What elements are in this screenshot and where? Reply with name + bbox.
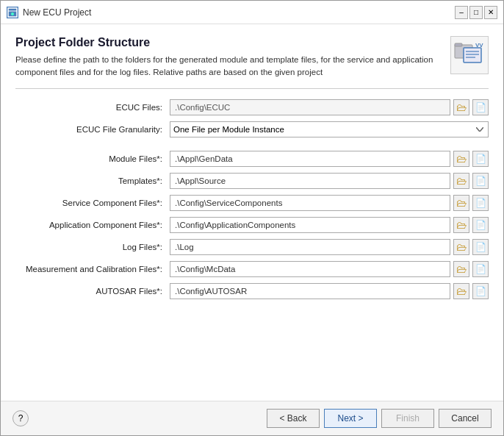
file-icon: 📄 xyxy=(475,154,486,164)
folder-icon: 🗁 xyxy=(456,241,467,253)
autosar-input[interactable] xyxy=(170,283,450,299)
templates-row: Templates*: 🗁 📄 xyxy=(15,173,489,189)
back-button[interactable]: < Back xyxy=(267,409,320,428)
title-bar: New ECU Project – □ ✕ xyxy=(1,1,503,24)
file-icon: 📄 xyxy=(475,264,486,274)
folder-icon: 🗁 xyxy=(456,263,467,275)
app-component-label: Application Component Files*: xyxy=(15,221,170,229)
file-icon: 📄 xyxy=(475,286,486,296)
log-files-browse-file[interactable]: 📄 xyxy=(472,239,489,255)
service-component-row: Service Component Files*: 🗁 📄 xyxy=(15,195,489,211)
svg-rect-5 xyxy=(464,48,481,62)
file-icon: 📄 xyxy=(475,242,486,252)
service-component-input[interactable] xyxy=(170,195,450,211)
form-section: ECUC Files: 🗁 📄 ECUC File Granularity: xyxy=(15,99,489,390)
folder-icon: 🗁 xyxy=(456,197,467,209)
measurement-input-wrap: 🗁 📄 xyxy=(170,261,489,277)
file-icon: 📄 xyxy=(475,198,486,208)
service-component-browse-folder[interactable]: 🗁 xyxy=(453,195,469,211)
ecuc-granularity-row: ECUC File Granularity: One File per Modu… xyxy=(15,121,489,137)
folder-icon: 🗁 xyxy=(456,285,467,297)
header-divider xyxy=(15,88,489,89)
module-files-browse-folder[interactable]: 🗁 xyxy=(453,151,469,167)
log-files-label: Log Files*: xyxy=(15,243,170,251)
log-files-input[interactable] xyxy=(170,239,450,255)
next-button[interactable]: Next > xyxy=(324,409,377,428)
spacer1 xyxy=(15,143,489,151)
service-component-browse-file[interactable]: 📄 xyxy=(472,195,489,211)
content-area: Project Folder Structure Please define t… xyxy=(1,24,503,401)
ecuc-files-browse-file[interactable]: 📄 xyxy=(472,99,489,115)
file-icon: 📄 xyxy=(475,176,486,186)
app-component-browse-file[interactable]: 📄 xyxy=(472,217,489,233)
minimize-button[interactable]: – xyxy=(455,6,468,19)
ecuc-files-input-wrap: 🗁 📄 xyxy=(170,99,489,115)
templates-label: Templates*: xyxy=(15,176,170,185)
autosar-row: AUTOSAR Files*: 🗁 📄 xyxy=(15,283,489,299)
app-component-browse-folder[interactable]: 🗁 xyxy=(453,217,469,233)
module-files-input-wrap: 🗁 📄 xyxy=(170,151,489,167)
page-description: Please define the path to the folders fo… xyxy=(15,54,442,79)
service-component-input-wrap: 🗁 📄 xyxy=(170,195,489,211)
footer-left: ? xyxy=(12,410,29,426)
measurement-label: Measurement and Calibration Files*: xyxy=(15,265,170,274)
log-files-browse-folder[interactable]: 🗁 xyxy=(453,239,469,255)
page-header: Project Folder Structure Please define t… xyxy=(15,36,489,79)
page-icon: VV xyxy=(450,36,489,74)
ecuc-granularity-input-wrap: One File per Module Instance One File pe… xyxy=(170,121,489,137)
cancel-button[interactable]: Cancel xyxy=(439,409,492,428)
log-files-row: Log Files*: 🗁 📄 xyxy=(15,239,489,255)
service-component-label: Service Component Files*: xyxy=(15,199,170,207)
svg-point-2 xyxy=(11,12,14,15)
templates-input[interactable] xyxy=(170,173,450,189)
folder-icon: 🗁 xyxy=(456,101,467,113)
module-files-row: Module Files*: 🗁 📄 xyxy=(15,151,489,167)
module-files-input[interactable] xyxy=(170,151,450,167)
file-icon: 📄 xyxy=(475,220,486,230)
module-files-browse-file[interactable]: 📄 xyxy=(472,151,489,167)
header-icon-svg: VV xyxy=(453,39,486,71)
templates-input-wrap: 🗁 📄 xyxy=(170,173,489,189)
folder-icon: 🗁 xyxy=(456,153,467,165)
ecuc-files-label: ECUC Files: xyxy=(15,103,170,112)
templates-browse-file[interactable]: 📄 xyxy=(472,173,489,189)
svg-rect-4 xyxy=(455,43,462,46)
autosar-browse-file[interactable]: 📄 xyxy=(472,283,489,299)
page-title: Project Folder Structure xyxy=(15,36,444,49)
ecuc-files-row: ECUC Files: 🗁 📄 xyxy=(15,99,489,115)
ecuc-granularity-label: ECUC File Granularity: xyxy=(15,125,170,134)
module-files-label: Module Files*: xyxy=(15,154,170,163)
window-controls: – □ ✕ xyxy=(455,6,497,19)
measurement-browse-file[interactable]: 📄 xyxy=(472,261,489,277)
autosar-input-wrap: 🗁 📄 xyxy=(170,283,489,299)
maximize-button[interactable]: □ xyxy=(469,6,483,19)
close-button[interactable]: ✕ xyxy=(484,6,497,19)
log-files-input-wrap: 🗁 📄 xyxy=(170,239,489,255)
measurement-input[interactable] xyxy=(170,261,450,277)
measurement-row: Measurement and Calibration Files*: 🗁 📄 xyxy=(15,261,489,277)
ecuc-files-input xyxy=(170,99,450,115)
autosar-browse-folder[interactable]: 🗁 xyxy=(453,283,469,299)
footer: ? < Back Next > Finish Cancel xyxy=(1,401,503,435)
file-icon: 📄 xyxy=(475,102,486,112)
ecuc-files-browse-folder[interactable]: 🗁 xyxy=(453,99,469,115)
svg-text:VV: VV xyxy=(475,42,483,49)
window-icon xyxy=(7,7,18,18)
app-component-input[interactable] xyxy=(170,217,450,233)
templates-browse-folder[interactable]: 🗁 xyxy=(453,173,469,189)
finish-button: Finish xyxy=(381,409,434,428)
app-component-row: Application Component Files*: 🗁 📄 xyxy=(15,217,489,233)
ecuc-granularity-select[interactable]: One File per Module Instance One File pe… xyxy=(170,121,489,137)
app-component-input-wrap: 🗁 📄 xyxy=(170,217,489,233)
measurement-browse-folder[interactable]: 🗁 xyxy=(453,261,469,277)
help-button[interactable]: ? xyxy=(12,410,29,426)
folder-icon: 🗁 xyxy=(456,175,467,187)
folder-icon: 🗁 xyxy=(456,219,467,231)
autosar-label: AUTOSAR Files*: xyxy=(15,287,170,296)
main-window: New ECU Project – □ ✕ Project Folder Str… xyxy=(0,0,504,436)
window-title: New ECU Project xyxy=(23,7,450,18)
footer-right: < Back Next > Finish Cancel xyxy=(267,409,492,428)
